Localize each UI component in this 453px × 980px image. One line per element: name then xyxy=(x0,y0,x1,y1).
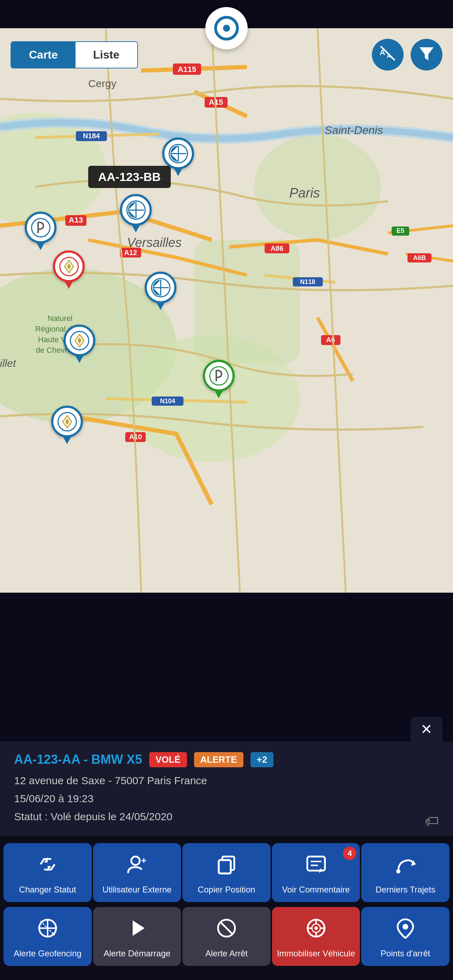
filter-button[interactable] xyxy=(411,39,442,70)
svg-text:Naturel: Naturel xyxy=(48,314,73,323)
pin-renault1[interactable] xyxy=(53,250,85,289)
svg-marker-70 xyxy=(133,920,145,936)
close-icon: ✕ xyxy=(421,721,432,737)
pin-renault3[interactable] xyxy=(51,406,83,444)
utilisateur-externe-label: Utilisateur Externe xyxy=(102,884,172,895)
cergy-label: Cergy xyxy=(88,78,116,90)
view-tabs: Carte Liste xyxy=(11,41,138,68)
alerte-geofencing-icon xyxy=(37,918,58,943)
svg-point-44 xyxy=(32,218,50,237)
alerte-demarrage-label: Alerte Démarrage xyxy=(104,948,170,959)
tab-carte[interactable]: Carte xyxy=(11,42,75,68)
actions-row2: Alerte Geofencing Alerte Démarrage Alert… xyxy=(0,905,453,980)
badge-vole: VOLÉ xyxy=(149,752,187,767)
svg-text:Paris: Paris xyxy=(289,186,320,200)
svg-point-65 xyxy=(396,869,401,873)
text-size-button[interactable]: A A xyxy=(372,39,404,70)
svg-point-80 xyxy=(402,924,408,929)
derniers-trajets-label: Derniers Trajets xyxy=(376,884,436,895)
pin-bmw3[interactable] xyxy=(145,272,176,310)
location-icon xyxy=(214,16,239,41)
svg-rect-9 xyxy=(194,240,300,363)
commentaire-badge: 4 xyxy=(343,846,356,860)
pin-bmw2[interactable] xyxy=(120,194,152,232)
actions-row1: Changer Statut + Utilisateur Externe xyxy=(0,836,453,905)
changer-statut-icon xyxy=(37,854,58,879)
svg-text:Versailles: Versailles xyxy=(127,235,182,250)
immobiliser-vehicule-label: Immobiliser Véhicule xyxy=(277,948,355,959)
alerte-arret-button[interactable]: Alerte Arrêt xyxy=(183,907,270,966)
utilisateur-externe-button[interactable]: + Utilisateur Externe xyxy=(93,843,181,902)
points-darret-label: Points d'arrêt xyxy=(381,948,431,959)
voir-commentaire-label: Voir Commentaire xyxy=(282,884,350,895)
vehicle-title: AA-123-AA - BMW X5 xyxy=(14,752,142,767)
pin-bmw1[interactable] xyxy=(162,138,194,176)
text-size-icon: A A xyxy=(379,45,397,65)
alerte-geofencing-button[interactable]: Alerte Geofencing xyxy=(3,907,92,966)
alerte-demarrage-icon xyxy=(126,918,148,943)
svg-line-72 xyxy=(220,922,233,934)
svg-text:+: + xyxy=(141,855,146,866)
svg-text:A86: A86 xyxy=(270,245,284,252)
copier-position-button[interactable]: Copier Position xyxy=(183,843,270,902)
alerte-arret-label: Alerte Arrêt xyxy=(205,948,248,959)
points-darret-button[interactable]: Points d'arrêt xyxy=(361,907,450,966)
vehicle-address: 12 avenue de Saxe - 75007 Paris France 1… xyxy=(14,772,439,826)
svg-text:A6B: A6B xyxy=(413,255,426,261)
alerte-geofencing-label: Alerte Geofencing xyxy=(14,948,81,959)
derniers-trajets-button[interactable]: Derniers Trajets xyxy=(361,843,450,902)
vehicle-info-panel: ✕ AA-123-AA - BMW X5 VOLÉ ALERTE +2 12 a… xyxy=(0,741,453,980)
tab-liste[interactable]: Liste xyxy=(75,42,137,68)
tag-icon: 🏷 xyxy=(425,813,439,829)
alerte-demarrage-button[interactable]: Alerte Démarrage xyxy=(93,907,181,966)
points-darret-icon xyxy=(395,918,416,943)
svg-rect-61 xyxy=(307,856,325,871)
pin-peugeot1[interactable] xyxy=(25,212,56,250)
svg-rect-59 xyxy=(219,860,231,873)
copier-position-icon xyxy=(216,854,237,879)
immobiliser-vehicule-button[interactable]: Immobiliser Véhicule xyxy=(272,907,360,966)
svg-point-75 xyxy=(314,926,318,930)
changer-statut-button[interactable]: Changer Statut xyxy=(3,843,92,902)
svg-point-52 xyxy=(210,366,228,385)
svg-text:A13: A13 xyxy=(69,216,83,224)
pin-peugeot2[interactable] xyxy=(203,360,235,398)
svg-text:Saint-Denis: Saint-Denis xyxy=(324,124,383,137)
close-panel-button[interactable]: ✕ xyxy=(411,717,442,741)
filter-icon xyxy=(418,45,436,65)
immobiliser-vehicule-icon xyxy=(305,918,327,943)
map-view[interactable]: A115 A15 N184 A13 A12 A86 N118 E5 xyxy=(0,28,453,593)
svg-text:N118: N118 xyxy=(300,278,315,285)
svg-text:illet: illet xyxy=(0,357,17,369)
voir-commentaire-button[interactable]: 4 Voir Commentaire xyxy=(272,843,360,902)
header-right-controls: A A xyxy=(372,39,442,70)
utilisateur-externe-icon: + xyxy=(126,854,148,879)
vehicle-title-row: AA-123-AA - BMW X5 VOLÉ ALERTE +2 xyxy=(14,752,439,767)
svg-text:E5: E5 xyxy=(397,227,404,234)
badge-plus: +2 xyxy=(251,752,274,767)
svg-text:A12: A12 xyxy=(124,249,137,256)
svg-text:N104: N104 xyxy=(160,398,175,405)
my-location-button[interactable] xyxy=(205,7,248,49)
derniers-trajets-icon xyxy=(395,854,416,879)
changer-statut-label: Changer Statut xyxy=(19,884,76,895)
svg-text:N184: N184 xyxy=(83,132,100,140)
pin-renault2[interactable] xyxy=(64,325,95,363)
badge-alerte: ALERTE xyxy=(194,752,243,767)
alerte-arret-icon xyxy=(216,918,237,943)
voir-commentaire-icon xyxy=(305,854,327,879)
vehicle-map-label: AA-123-BB xyxy=(88,166,171,188)
svg-marker-3 xyxy=(420,47,434,60)
copier-position-label: Copier Position xyxy=(198,884,256,895)
vehicle-info-section: AA-123-AA - BMW X5 VOLÉ ALERTE +2 12 ave… xyxy=(0,741,453,836)
svg-point-56 xyxy=(131,856,140,865)
